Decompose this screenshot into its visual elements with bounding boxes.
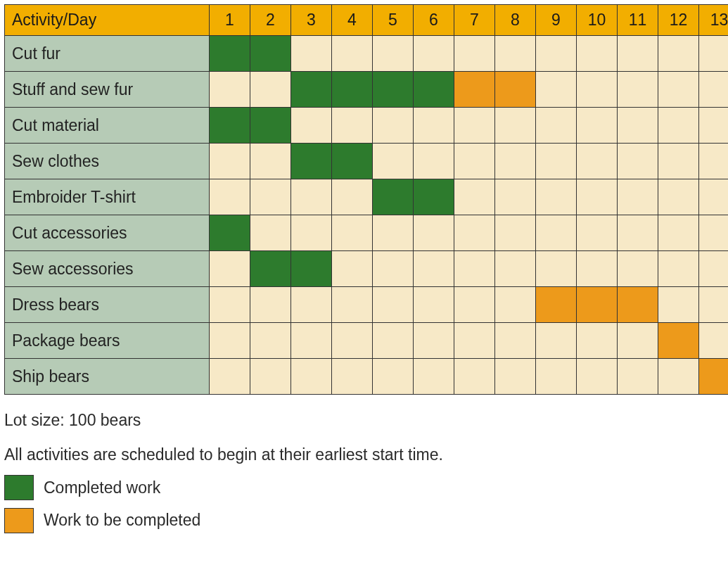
activity-label: Embroider T-shirt [5,179,210,215]
gantt-cell [618,179,658,215]
gantt-cell [373,287,414,323]
gantt-cell [536,359,577,395]
gantt-cell [414,72,454,108]
gantt-cell [250,215,291,251]
gantt-cell [210,287,250,323]
gantt-cell [414,251,454,287]
gantt-cell [495,323,536,359]
gantt-cell [210,215,250,251]
gantt-cell [373,108,414,144]
gantt-cell [618,72,658,108]
header-day: 3 [291,5,332,36]
gantt-cell [577,215,618,251]
gantt-cell [414,215,454,251]
gantt-cell [658,251,699,287]
gantt-cell [210,108,250,144]
lot-size-note: Lot size: 100 bears [4,407,724,433]
gantt-cell [699,215,729,251]
gantt-cell [332,359,373,395]
gantt-cell [536,36,577,72]
gantt-cell [536,72,577,108]
gantt-cell [658,359,699,395]
activity-row: Package bears [5,323,729,359]
gantt-cell [536,108,577,144]
gantt-cell [454,36,495,72]
gantt-cell [332,179,373,215]
activity-label: Package bears [5,323,210,359]
gantt-cell [291,36,332,72]
activity-row: Stuff and sew fur [5,72,729,108]
chart-notes: Lot size: 100 bears All activities are s… [4,407,724,533]
gantt-cell [291,323,332,359]
gantt-cell [454,179,495,215]
gantt-cell [210,251,250,287]
gantt-cell [699,179,729,215]
gantt-cell [577,36,618,72]
legend-todo: Work to be completed [4,507,724,533]
header-activity: Activity/Day [5,5,210,36]
gantt-cell [536,144,577,179]
gantt-cell [699,287,729,323]
header-day: 11 [618,5,658,36]
gantt-cell [250,144,291,179]
gantt-cell [658,215,699,251]
activity-row: Embroider T-shirt [5,179,729,215]
gantt-cell [414,323,454,359]
activity-label: Stuff and sew fur [5,72,210,108]
activity-row: Cut material [5,108,729,144]
gantt-cell [373,359,414,395]
gantt-cell [495,287,536,323]
gantt-cell [618,36,658,72]
gantt-cell [291,179,332,215]
activity-label: Sew accessories [5,251,210,287]
activity-row: Cut accessories [5,215,729,251]
gantt-cell [618,251,658,287]
gantt-cell [373,323,414,359]
gantt-cell [210,144,250,179]
gantt-cell [332,36,373,72]
gantt-cell [699,108,729,144]
gantt-cell [536,323,577,359]
gantt-cell [373,36,414,72]
schedule-note: All activities are scheduled to begin at… [4,442,724,468]
gantt-body: Cut furStuff and sew furCut materialSew … [5,36,729,395]
gantt-cell [495,36,536,72]
gantt-cell [577,144,618,179]
activity-row: Dress bears [5,287,729,323]
gantt-cell [577,287,618,323]
activity-label: Cut accessories [5,215,210,251]
gantt-cell [332,215,373,251]
gantt-cell [332,72,373,108]
header-day: 9 [536,5,577,36]
gantt-cell [495,359,536,395]
legend-swatch-done [4,475,34,500]
gantt-cell [373,215,414,251]
activity-row: Cut fur [5,36,729,72]
header-day: 12 [658,5,699,36]
gantt-cell [577,72,618,108]
gantt-cell [332,323,373,359]
gantt-cell [250,251,291,287]
gantt-cell [454,287,495,323]
gantt-cell [250,179,291,215]
header-row: Activity/Day 12345678910111213 [5,5,729,36]
gantt-cell [291,144,332,179]
gantt-cell [495,144,536,179]
gantt-cell [291,215,332,251]
legend-label-done: Completed work [44,475,160,501]
header-day: 4 [332,5,373,36]
gantt-cell [618,144,658,179]
gantt-cell [454,359,495,395]
gantt-cell [618,323,658,359]
gantt-cell [414,144,454,179]
gantt-cell [495,215,536,251]
gantt-cell [658,179,699,215]
gantt-cell [699,323,729,359]
gantt-cell [414,36,454,72]
activity-label: Dress bears [5,287,210,323]
activity-label: Ship bears [5,359,210,395]
gantt-cell [577,323,618,359]
header-day: 7 [454,5,495,36]
activity-label: Sew clothes [5,144,210,179]
gantt-cell [699,251,729,287]
